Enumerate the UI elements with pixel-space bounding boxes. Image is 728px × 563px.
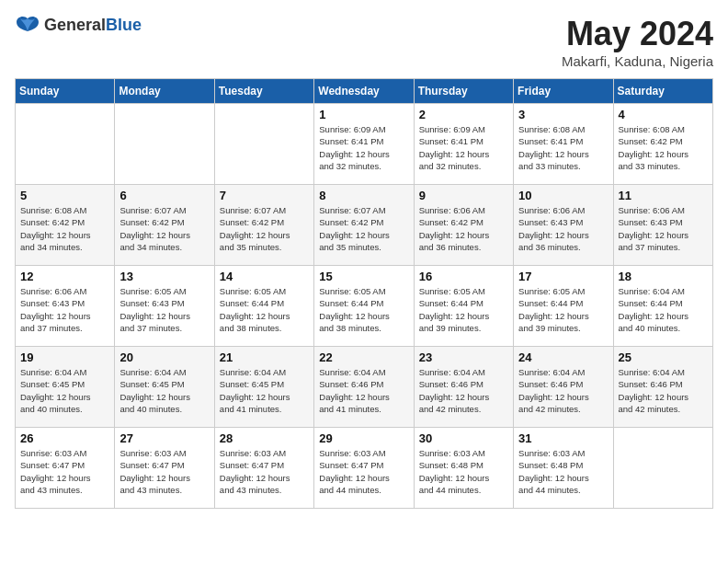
day-number: 3 [518, 108, 608, 121]
calendar-cell: 14Sunrise: 6:05 AM Sunset: 6:44 PM Dayli… [214, 266, 313, 347]
calendar-week-4: 19Sunrise: 6:04 AM Sunset: 6:45 PM Dayli… [16, 347, 713, 428]
day-number: 19 [20, 350, 109, 364]
calendar-cell: 15Sunrise: 6:05 AM Sunset: 6:44 PM Dayli… [314, 266, 414, 347]
day-number: 10 [518, 189, 608, 202]
day-number: 26 [20, 431, 109, 445]
day-number: 21 [220, 350, 309, 364]
day-number: 12 [20, 270, 109, 283]
calendar-cell: 7Sunrise: 6:07 AM Sunset: 6:42 PM Daylig… [214, 185, 313, 266]
calendar-week-5: 26Sunrise: 6:03 AM Sunset: 6:47 PM Dayli… [16, 428, 713, 509]
location: Makarfi, Kaduna, Nigeria [562, 53, 713, 69]
day-info: Sunrise: 6:03 AM Sunset: 6:47 PM Dayligh… [319, 447, 408, 496]
calendar-cell: 4Sunrise: 6:08 AM Sunset: 6:42 PM Daylig… [613, 104, 712, 185]
day-info: Sunrise: 6:08 AM Sunset: 6:42 PM Dayligh… [619, 123, 708, 172]
calendar-cell: 10Sunrise: 6:06 AM Sunset: 6:43 PM Dayli… [514, 185, 613, 266]
day-number: 5 [20, 189, 109, 202]
day-number: 15 [319, 270, 408, 283]
day-info: Sunrise: 6:03 AM Sunset: 6:48 PM Dayligh… [518, 447, 608, 496]
logo-text: GeneralBlue [44, 16, 142, 35]
day-number: 20 [119, 350, 209, 364]
calendar-cell: 20Sunrise: 6:04 AM Sunset: 6:45 PM Dayli… [115, 347, 214, 428]
day-info: Sunrise: 6:09 AM Sunset: 6:41 PM Dayligh… [419, 123, 508, 172]
day-header-tuesday: Tuesday [214, 79, 313, 104]
day-info: Sunrise: 6:07 AM Sunset: 6:42 PM Dayligh… [119, 204, 209, 253]
calendar-cell: 6Sunrise: 6:07 AM Sunset: 6:42 PM Daylig… [115, 185, 214, 266]
logo: GeneralBlue [15, 15, 142, 35]
day-info: Sunrise: 6:04 AM Sunset: 6:46 PM Dayligh… [319, 366, 408, 415]
day-info: Sunrise: 6:08 AM Sunset: 6:41 PM Dayligh… [518, 123, 608, 172]
calendar-cell: 2Sunrise: 6:09 AM Sunset: 6:41 PM Daylig… [414, 104, 513, 185]
calendar-cell: 16Sunrise: 6:05 AM Sunset: 6:44 PM Dayli… [414, 266, 513, 347]
calendar-cell: 31Sunrise: 6:03 AM Sunset: 6:48 PM Dayli… [514, 428, 613, 509]
day-info: Sunrise: 6:05 AM Sunset: 6:44 PM Dayligh… [220, 285, 309, 334]
day-number: 29 [319, 431, 408, 445]
calendar-week-2: 5Sunrise: 6:08 AM Sunset: 6:42 PM Daylig… [16, 185, 713, 266]
day-info: Sunrise: 6:05 AM Sunset: 6:44 PM Dayligh… [419, 285, 508, 334]
logo-icon [15, 15, 40, 35]
day-info: Sunrise: 6:05 AM Sunset: 6:44 PM Dayligh… [319, 285, 408, 334]
calendar-cell [16, 104, 115, 185]
day-number: 6 [119, 189, 209, 202]
header: GeneralBlue May 2024 Makarfi, Kaduna, Ni… [15, 15, 713, 69]
calendar-cell: 12Sunrise: 6:06 AM Sunset: 6:43 PM Dayli… [16, 266, 115, 347]
day-number: 24 [518, 350, 608, 364]
day-number: 31 [518, 431, 608, 445]
day-number: 28 [220, 431, 309, 445]
day-number: 22 [319, 350, 408, 364]
day-header-wednesday: Wednesday [314, 79, 414, 104]
day-info: Sunrise: 6:06 AM Sunset: 6:43 PM Dayligh… [518, 204, 608, 253]
calendar-cell: 27Sunrise: 6:03 AM Sunset: 6:47 PM Dayli… [115, 428, 214, 509]
logo-general: General [44, 16, 106, 34]
calendar-cell: 1Sunrise: 6:09 AM Sunset: 6:41 PM Daylig… [314, 104, 414, 185]
calendar-cell: 28Sunrise: 6:03 AM Sunset: 6:47 PM Dayli… [214, 428, 313, 509]
calendar-cell: 8Sunrise: 6:07 AM Sunset: 6:42 PM Daylig… [314, 185, 414, 266]
day-number: 16 [419, 270, 508, 283]
calendar-cell: 18Sunrise: 6:04 AM Sunset: 6:44 PM Dayli… [613, 266, 712, 347]
day-info: Sunrise: 6:03 AM Sunset: 6:48 PM Dayligh… [419, 447, 508, 496]
day-info: Sunrise: 6:03 AM Sunset: 6:47 PM Dayligh… [20, 447, 109, 496]
day-info: Sunrise: 6:08 AM Sunset: 6:42 PM Dayligh… [20, 204, 109, 253]
calendar-cell: 29Sunrise: 6:03 AM Sunset: 6:47 PM Dayli… [314, 428, 414, 509]
calendar-cell [214, 104, 313, 185]
day-number: 23 [419, 350, 508, 364]
day-header-sunday: Sunday [16, 79, 115, 104]
calendar-cell: 24Sunrise: 6:04 AM Sunset: 6:46 PM Dayli… [514, 347, 613, 428]
day-number: 14 [220, 270, 309, 283]
calendar-cell [613, 428, 712, 509]
calendar-cell: 23Sunrise: 6:04 AM Sunset: 6:46 PM Dayli… [414, 347, 513, 428]
day-info: Sunrise: 6:05 AM Sunset: 6:43 PM Dayligh… [119, 285, 209, 334]
calendar-cell: 9Sunrise: 6:06 AM Sunset: 6:42 PM Daylig… [414, 185, 513, 266]
day-info: Sunrise: 6:04 AM Sunset: 6:46 PM Dayligh… [419, 366, 508, 415]
calendar-week-3: 12Sunrise: 6:06 AM Sunset: 6:43 PM Dayli… [16, 266, 713, 347]
calendar-body: 1Sunrise: 6:09 AM Sunset: 6:41 PM Daylig… [16, 104, 713, 509]
calendar-cell: 11Sunrise: 6:06 AM Sunset: 6:43 PM Dayli… [613, 185, 712, 266]
day-number: 13 [119, 270, 209, 283]
calendar-cell: 3Sunrise: 6:08 AM Sunset: 6:41 PM Daylig… [514, 104, 613, 185]
calendar-cell [115, 104, 214, 185]
calendar-header-row: SundayMondayTuesdayWednesdayThursdayFrid… [16, 79, 713, 104]
day-info: Sunrise: 6:04 AM Sunset: 6:46 PM Dayligh… [619, 366, 708, 415]
day-info: Sunrise: 6:04 AM Sunset: 6:45 PM Dayligh… [220, 366, 309, 415]
day-info: Sunrise: 6:04 AM Sunset: 6:45 PM Dayligh… [20, 366, 109, 415]
day-info: Sunrise: 6:06 AM Sunset: 6:42 PM Dayligh… [419, 204, 508, 253]
day-info: Sunrise: 6:05 AM Sunset: 6:44 PM Dayligh… [518, 285, 608, 334]
day-info: Sunrise: 6:03 AM Sunset: 6:47 PM Dayligh… [220, 447, 309, 496]
day-number: 2 [419, 108, 508, 121]
day-number: 11 [619, 189, 708, 202]
day-header-monday: Monday [115, 79, 214, 104]
day-number: 25 [619, 350, 708, 364]
month-year: May 2024 [562, 15, 713, 53]
day-info: Sunrise: 6:04 AM Sunset: 6:46 PM Dayligh… [518, 366, 608, 415]
day-info: Sunrise: 6:03 AM Sunset: 6:47 PM Dayligh… [119, 447, 209, 496]
calendar-table: SundayMondayTuesdayWednesdayThursdayFrid… [15, 78, 713, 509]
calendar-cell: 22Sunrise: 6:04 AM Sunset: 6:46 PM Dayli… [314, 347, 414, 428]
calendar-cell: 5Sunrise: 6:08 AM Sunset: 6:42 PM Daylig… [16, 185, 115, 266]
day-number: 8 [319, 189, 408, 202]
day-number: 30 [419, 431, 508, 445]
day-info: Sunrise: 6:06 AM Sunset: 6:43 PM Dayligh… [20, 285, 109, 334]
day-header-friday: Friday [514, 79, 613, 104]
day-info: Sunrise: 6:09 AM Sunset: 6:41 PM Dayligh… [319, 123, 408, 172]
calendar-cell: 17Sunrise: 6:05 AM Sunset: 6:44 PM Dayli… [514, 266, 613, 347]
day-number: 9 [419, 189, 508, 202]
calendar-cell: 19Sunrise: 6:04 AM Sunset: 6:45 PM Dayli… [16, 347, 115, 428]
